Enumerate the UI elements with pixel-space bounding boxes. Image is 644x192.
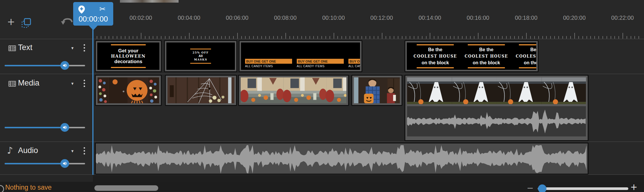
ruler-label: 00:02:00 [129, 15, 152, 21]
ruler-label: 00:08:00 [274, 15, 297, 21]
media-clip-porch-decorations[interactable] [238, 75, 349, 106]
ruler-tick-major [382, 33, 382, 39]
orange-rule [111, 44, 146, 45]
orange-rule [417, 44, 454, 45]
caption-line: COOLEST HOUSE [516, 54, 536, 59]
caption-line: decorations [114, 58, 142, 65]
undo-icon [60, 22, 73, 27]
orange-rule [468, 67, 505, 68]
caption-line: on the block [473, 60, 500, 66]
divider [0, 74, 644, 74]
text-volume-slider[interactable] [5, 65, 85, 66]
caption-group: Be the COOLEST HOUSE on the block [413, 42, 457, 70]
ruler-label: 00:22:00 [611, 15, 634, 21]
duplicate-icon [21, 24, 32, 29]
banner-bar: BUY ONE GET ONE [297, 59, 344, 64]
bottom-strip-right [93, 175, 644, 182]
caption-line: COOLEST HOUSE [465, 54, 508, 59]
volume-handle[interactable] [60, 159, 69, 168]
ruler-tick-major [526, 33, 527, 39]
audio-waveform [96, 143, 588, 174]
banner-group: BUY ONE GET ONE ALL CANDY ITEMS [297, 59, 348, 68]
music-note-icon: ♪ [7, 145, 13, 156]
undo-button[interactable] [60, 17, 73, 27]
timeline-horizontal-scrollbar[interactable] [94, 185, 158, 191]
ruler-tick-major [430, 33, 430, 39]
track-menu-text[interactable] [84, 44, 85, 51]
timeline-zoom-slider[interactable] [538, 187, 628, 190]
film-icon [8, 44, 16, 54]
chevron-down-icon[interactable]: ▼ [71, 46, 74, 50]
orange-rule [190, 63, 211, 64]
text-clip-buy-one-get-one[interactable]: BUY ONE GET ONE ALL CANDY ITEMS BUY ONE … [239, 40, 362, 72]
audio-volume-slider[interactable] [5, 163, 85, 164]
ruler-tick-major [189, 33, 190, 39]
banner-sub: ALL CANDY ITEMS [245, 65, 297, 68]
audio-clip-music[interactable] [95, 143, 589, 175]
save-status: Nothing to save [5, 184, 52, 191]
banner-row: BUY ONE GET ONE ALL CANDY ITEMS BUY ONE … [241, 59, 360, 68]
media-clip-ghosts-with-audio[interactable] [404, 75, 589, 141]
caption-line: 25% OFF [193, 51, 208, 54]
banner-sub: ALL CANDY ITEMS [297, 65, 348, 68]
text-clip-25-off-masks[interactable]: 25% OFF All MASKS [164, 40, 237, 72]
volume-handle[interactable] [60, 123, 69, 132]
caption-group: Be the COOLEST HOUSE on the block [515, 42, 536, 70]
divider [0, 141, 644, 142]
speaker-icon [62, 161, 67, 166]
chevron-down-icon[interactable]: ▼ [71, 149, 74, 153]
zoom-in-button[interactable]: + [627, 181, 641, 192]
ruler-label: 00:06:00 [226, 15, 249, 21]
media-thumbnail-ghosts [407, 77, 586, 104]
track-label-text: Text [18, 43, 33, 52]
text-clip-halloween-decorations[interactable]: Get your HALLOWEEN decorations [95, 40, 162, 72]
media-clip-trick-or-treat-kids[interactable] [351, 75, 402, 106]
banner-bar: BUY ONE GET ONE [348, 59, 360, 64]
playhead-line[interactable] [92, 26, 93, 182]
banner-sub: ALL CANDY ITEMS [348, 65, 360, 68]
add-marker-button[interactable] [78, 5, 85, 15]
preview-video-edge [120, 0, 179, 3]
ruler-tick-major [237, 33, 238, 39]
caption-line: Get your [118, 48, 138, 54]
video-editor-timeline: + 00:02:0000:04:0000:06:0000:08:0000:10:… [0, 0, 644, 192]
caption-line: on the block [524, 60, 536, 66]
ruler-tick-major [478, 33, 478, 39]
text-clip-content: Be the COOLEST HOUSE on the block Be the… [407, 42, 536, 70]
scissors-icon: ✂ [99, 5, 106, 13]
add-track-button[interactable]: + [5, 16, 17, 28]
volume-handle[interactable] [60, 61, 69, 70]
split-clip-button[interactable]: ✂ [99, 5, 106, 13]
banner-group: BUY ONE GET ONE ALL CANDY ITEMS [348, 59, 360, 68]
duplicate-button[interactable] [21, 17, 32, 30]
playhead-pointer [89, 25, 98, 30]
media-clip-pumpkin-door[interactable] [95, 75, 162, 106]
orange-rule [519, 44, 536, 45]
media-volume-slider[interactable] [5, 127, 85, 128]
speaker-icon [62, 63, 67, 68]
divider [0, 39, 644, 39]
orange-rule [190, 49, 211, 49]
media-thumbnail-porch [241, 77, 346, 103]
chevron-down-icon[interactable]: ▼ [71, 81, 74, 86]
plus-icon: + [8, 16, 15, 28]
ruler-tick-major [285, 33, 286, 39]
ruler-label: 00:16:00 [467, 15, 489, 21]
caption-line: Be the [530, 47, 536, 53]
speaker-icon [62, 125, 67, 130]
ruler-tick-major [141, 33, 141, 39]
ruler-label: 00:20:00 [563, 15, 586, 21]
bottom-strip-left [0, 175, 93, 182]
timeline-zoom-handle[interactable] [538, 184, 546, 192]
text-clip-coolest-house[interactable]: Be the COOLEST HOUSE on the block Be the… [404, 40, 539, 72]
ruler-tick-major [623, 33, 623, 39]
caption-line: COOLEST HOUSE [413, 54, 457, 59]
zoom-out-button[interactable]: – [524, 182, 536, 192]
track-menu-media[interactable] [84, 80, 85, 87]
wreath [98, 77, 108, 103]
track-menu-audio[interactable] [84, 147, 85, 154]
caption-line: on the block [422, 60, 449, 66]
ruler-label: 00:18:00 [515, 15, 537, 21]
text-clip-content: 25% OFF All MASKS [166, 42, 235, 70]
media-clip-spider-web[interactable] [165, 75, 237, 106]
